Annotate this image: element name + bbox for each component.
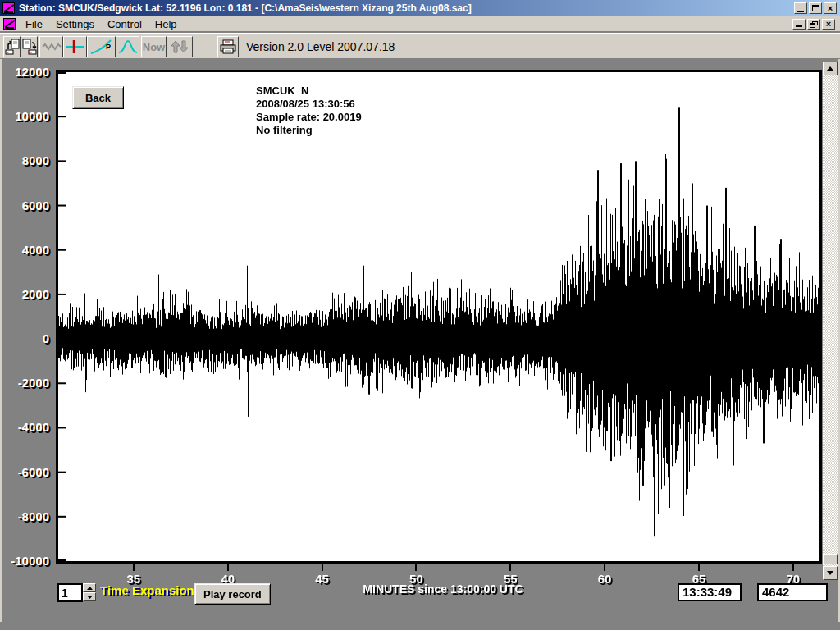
scrollbar-down-button[interactable] [823, 566, 838, 580]
maximize-icon [812, 5, 819, 11]
window-title: Station: SMCUK/Sedgwick Lat: 52.1196 Lon… [19, 2, 794, 14]
pick-trace-icon [66, 39, 85, 55]
annotation-sample-rate: Sample rate: 20.0019 [256, 111, 362, 123]
trace-annotation: SMCUK N 2008/08/25 13:30:56 Sample rate:… [256, 84, 362, 137]
now-button-label: Now [143, 41, 165, 53]
y-axis-label: 4000 [22, 243, 49, 257]
spinner-up-button[interactable] [83, 583, 96, 592]
y-axis-label: 6000 [22, 199, 49, 212]
mdi-minimize-button[interactable] [792, 19, 806, 30]
amaseis-window: Station: SMCUK/Sedgwick Lat: 52.1196 Lon… [0, 0, 840, 630]
bell-curve-icon [118, 39, 138, 55]
mdi-restore-button[interactable] [807, 19, 820, 30]
y-axis: 120001000080006000400020000-2000-4000-60… [0, 0, 51, 630]
print-button[interactable] [217, 36, 239, 57]
mdi-close-button[interactable]: × [822, 19, 835, 30]
play-record-label: Play record [203, 588, 262, 600]
version-label: Version 2.0 Level 2007.07.18 [246, 40, 395, 53]
vertical-scrollbar [823, 62, 838, 580]
scroll-up-down-button [167, 36, 193, 57]
menu-settings[interactable]: Settings [49, 16, 101, 31]
title-bar: Station: SMCUK/Sedgwick Lat: 52.1196 Lon… [0, 0, 840, 16]
time-expansion-input[interactable] [57, 583, 83, 602]
mdi-close-icon: × [826, 20, 831, 29]
minimize-button[interactable] [794, 2, 807, 14]
spinner-down-button[interactable] [83, 592, 96, 601]
y-axis-label: -10000 [11, 554, 49, 568]
y-axis-label: -8000 [18, 509, 49, 523]
spinner-down-icon [87, 596, 93, 599]
scrollbar-track[interactable] [823, 75, 838, 566]
seismogram-canvas[interactable] [58, 72, 819, 561]
now-button: Now [141, 36, 167, 57]
travel-time-button[interactable]: P [87, 36, 116, 57]
toolbar: P Now Version 2.0 Level [0, 33, 840, 59]
menu-bar: File Settings Control Help × [0, 16, 840, 32]
y-axis-label: 12000 [15, 65, 49, 79]
close-icon: × [828, 4, 833, 13]
mdi-restore-icon [810, 21, 818, 28]
minimize-icon [797, 11, 804, 12]
scroll-up-icon [827, 66, 833, 71]
y-axis-label: -2000 [18, 376, 49, 390]
bell-filter-button[interactable] [116, 36, 139, 57]
scrollbar-up-button[interactable] [823, 62, 838, 75]
mdi-minimize-icon [796, 25, 802, 27]
y-axis-label: 2000 [22, 287, 49, 301]
annotation-datetime: 2008/08/25 13:30:56 [256, 98, 355, 110]
close-button[interactable]: × [824, 2, 837, 14]
back-button-label: Back [85, 92, 111, 104]
clock-readout: 13:33:49 [678, 583, 742, 601]
annotation-filter: No filtering [256, 124, 313, 136]
spinner-up-icon [87, 587, 93, 590]
y-axis-label: 0 [43, 331, 49, 345]
maximize-button[interactable] [809, 2, 822, 14]
svg-text:P: P [106, 43, 111, 51]
seismogram-plot[interactable] [56, 70, 822, 564]
scroll-down-icon [827, 571, 833, 575]
back-button[interactable]: Back [72, 86, 124, 109]
annotation-station: SMCUK N [256, 84, 308, 97]
menu-help[interactable]: Help [148, 16, 184, 31]
travel-time-p-icon: P [89, 39, 114, 55]
y-axis-label: 8000 [22, 153, 49, 167]
menu-control[interactable]: Control [101, 16, 148, 31]
y-axis-label: -4000 [18, 420, 49, 434]
y-axis-label: 10000 [15, 109, 49, 123]
sample-count-readout: 4642 [757, 583, 828, 601]
y-axis-label: -6000 [18, 465, 49, 479]
up-down-arrows-icon [169, 39, 190, 55]
x-axis-caption: MINUTES since 13:00:00 UTC [312, 582, 574, 596]
printer-icon [219, 39, 237, 55]
time-expansion-spinner [83, 583, 96, 602]
scrollbar-thumb[interactable] [823, 554, 838, 564]
time-expansion-label: Time Expansion [100, 583, 194, 597]
pick-filter-button[interactable] [63, 36, 87, 57]
play-record-button[interactable]: Play record [194, 583, 271, 605]
